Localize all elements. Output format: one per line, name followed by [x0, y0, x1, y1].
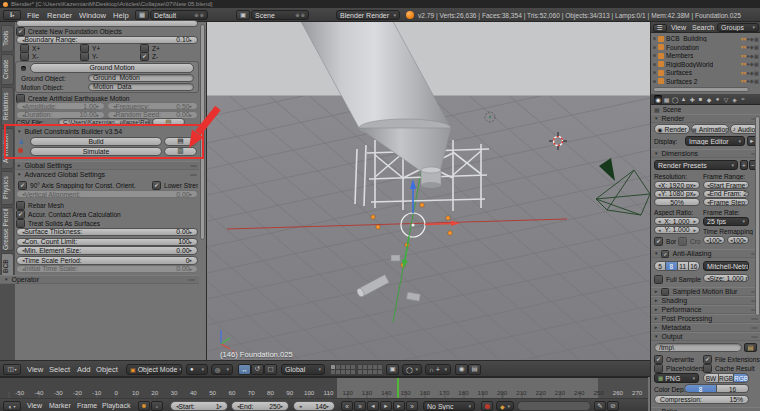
outliner-row[interactable]: Foundation ▾▾●◆▣: [653, 43, 759, 51]
disclosure-dot-icon[interactable]: [653, 63, 656, 66]
outliner-display-mode-select[interactable]: Groups▾: [717, 23, 759, 32]
ground-object-field[interactable]: Ground_Motion: [88, 74, 194, 83]
outliner-h-scrollbar[interactable]: [653, 87, 749, 92]
opengl-render-button[interactable]: ◉: [455, 364, 468, 375]
outliner-row[interactable]: RigidBodyWorld ▾▾●◆▣: [653, 60, 759, 68]
operator-panel-header[interactable]: ▼Operator: [0, 275, 199, 284]
scene-select[interactable]: Scene⊕ ⊗: [251, 10, 309, 20]
aspect-y-slider[interactable]: ◂Y: 1.000▸: [654, 226, 700, 234]
aspect-x-slider[interactable]: ◂X: 1.000▸: [654, 217, 700, 225]
preset-add-button[interactable]: +: [740, 160, 748, 170]
tab-tools[interactable]: Tools: [1, 25, 14, 52]
viewport-editor-icon[interactable]: ◫▾: [3, 364, 21, 375]
sync-mode-select[interactable]: No Sync▾: [423, 401, 475, 411]
fps-select[interactable]: 25 fps▾: [703, 217, 749, 226]
cache-result-checkbox[interactable]: Cache Result: [703, 364, 755, 373]
remap-new-slider[interactable]: ◂100▸: [727, 236, 749, 244]
record-button[interactable]: [481, 401, 493, 411]
menu-render[interactable]: Render: [47, 11, 72, 20]
current-frame-field[interactable]: ◂146▸: [293, 401, 335, 411]
tab-physics[interactable]: Physics: [1, 171, 14, 205]
manipulator-rotate-button[interactable]: ↺: [251, 364, 264, 375]
menu-window[interactable]: Window: [79, 11, 106, 20]
prev-keyframe-button[interactable]: ◂: [367, 401, 379, 411]
menu-help[interactable]: Help: [113, 11, 129, 20]
shading-header[interactable]: ►Shading: [651, 296, 760, 305]
layers-widget[interactable]: [330, 364, 355, 374]
aa-samples-segment[interactable]: 5 8 11 16: [654, 261, 700, 271]
metadata-header[interactable]: ►Metadata: [651, 323, 760, 332]
vertical-alignment-slider[interactable]: ◂Vertical Alignment:0.00▸: [16, 190, 198, 198]
pivot-select[interactable]: ◎▾: [211, 364, 233, 375]
vp-menu-select[interactable]: Select: [49, 365, 70, 374]
ground-motion-header-button[interactable]: Ground Motion: [30, 63, 194, 73]
mode-select[interactable]: ▣ Object Mode▾: [126, 364, 182, 375]
axis-xn-checkbox[interactable]: X-: [20, 52, 39, 61]
advanced-settings-header[interactable]: ▼Advanced Global Settings: [17, 171, 197, 178]
timeline-playhead[interactable]: [397, 378, 399, 398]
dimensions-panel-header[interactable]: ▼Dimensions: [651, 149, 760, 158]
keying-set-field[interactable]: [517, 401, 591, 411]
motion-object-field[interactable]: Motion_Data: [88, 83, 194, 92]
layers-widget-2[interactable]: [357, 364, 382, 374]
screen-layout-select[interactable]: Default⊕ ⊗: [150, 10, 208, 20]
output-path-field[interactable]: /tmp\: [654, 343, 742, 352]
viewport-3d[interactable]: x (146) Foundation.025: [207, 22, 650, 360]
render-engine-select[interactable]: Blender Render▾: [336, 10, 400, 20]
viewport-shading-select[interactable]: ●▾: [186, 364, 208, 375]
boundary-range-slider[interactable]: ◂Boundary Range: 0.10▸: [16, 36, 198, 45]
play-button[interactable]: ▸: [393, 401, 405, 411]
outliner-row[interactable]: Surfaces 2 ▾▾●◆▣: [653, 77, 759, 85]
vp-menu-add[interactable]: Add: [77, 365, 91, 374]
color-depth-segment[interactable]: 8 16: [684, 384, 749, 393]
tab-create[interactable]: Create: [1, 54, 14, 85]
play-reverse-button[interactable]: ▸: [380, 401, 392, 411]
end-frame-slider[interactable]: ◂End Fram: 250▸: [703, 190, 749, 198]
aa-size-slider[interactable]: ◂Size: 1.000 px▸: [703, 274, 749, 282]
axis-yn-checkbox[interactable]: Y-: [80, 52, 98, 61]
file-format-select[interactable]: ▦PNG▾: [654, 373, 699, 383]
anti-aliasing-panel-header[interactable]: ▼✓Anti-Aliasing: [651, 249, 760, 258]
crop-checkbox[interactable]: Cro: [678, 237, 701, 246]
scene-icon[interactable]: ▣: [236, 10, 250, 20]
timeline-editor-icon[interactable]: ◐▾: [3, 401, 21, 411]
create-new-foundation-checkbox[interactable]: ✓ Create New Foundation Objects: [16, 27, 122, 36]
performance-header[interactable]: ►Performance: [651, 305, 760, 314]
menu-file[interactable]: File: [27, 11, 39, 20]
radio-dot[interactable]: [21, 66, 26, 71]
tab-constraints-icon[interactable]: ✚: [688, 95, 696, 104]
outliner-menu-search[interactable]: Search: [692, 24, 714, 31]
row-toggles[interactable]: ▾▾●◆▣: [741, 35, 759, 43]
vp-menu-view[interactable]: View: [27, 365, 43, 374]
post-processing-header[interactable]: ►Post Processing: [651, 314, 760, 323]
res-y-slider[interactable]: ◂Y: 1080 px▸: [654, 190, 700, 198]
jump-to-start-button[interactable]: «: [341, 401, 353, 411]
axis-zn-checkbox[interactable]: ✓Z-: [140, 52, 158, 61]
outliner-editor-icon[interactable]: ☰: [653, 24, 667, 32]
editor-type-icon[interactable]: ℹ▾: [3, 10, 21, 20]
snap-select[interactable]: ∩+▾: [425, 364, 451, 375]
res-x-slider[interactable]: ◂X: 1920 px▸: [654, 181, 700, 189]
global-settings-header[interactable]: ►Global Settings: [15, 161, 199, 170]
con-count-slider[interactable]: ◂Con. Count Limit:100▸: [16, 238, 198, 247]
tab-render-icon[interactable]: ◉: [654, 95, 662, 104]
tab-object-icon[interactable]: ▲: [680, 95, 688, 104]
disclosure-dot-icon[interactable]: [653, 37, 656, 40]
row-toggles[interactable]: ▾▾●◆▣: [741, 69, 759, 77]
res-percentage-slider[interactable]: 50%: [654, 198, 700, 206]
start-frame-slider[interactable]: ◂Start Frame: 1▸: [703, 181, 749, 189]
border-checkbox[interactable]: ✓Bor: [654, 237, 676, 246]
outliner-row[interactable]: Members ▾▾●◆▣: [653, 52, 759, 60]
bake-panel-header[interactable]: ►Bake: [651, 407, 760, 411]
tl-menu-playback[interactable]: Playback: [102, 402, 130, 409]
accur-contact-checkbox[interactable]: ✓Accur. Contact Area Calculation: [16, 210, 121, 219]
render-presets-select[interactable]: Render Presets▾: [654, 160, 738, 170]
initial-time-slider[interactable]: ◂Initial Time Scale:0.00▸: [16, 265, 198, 273]
disclosure-dot-icon[interactable]: [653, 46, 656, 49]
tab-scene-icon[interactable]: ▦: [663, 95, 671, 104]
auto-keyframe-button[interactable]: [138, 401, 150, 411]
row-toggles[interactable]: ▾▾●◆▣: [741, 52, 759, 60]
tab-modifiers-icon[interactable]: ■: [697, 95, 705, 104]
keying-mode-button[interactable]: ▫: [151, 401, 163, 411]
tab-grease-pencil[interactable]: Grease Pencil: [1, 207, 14, 251]
